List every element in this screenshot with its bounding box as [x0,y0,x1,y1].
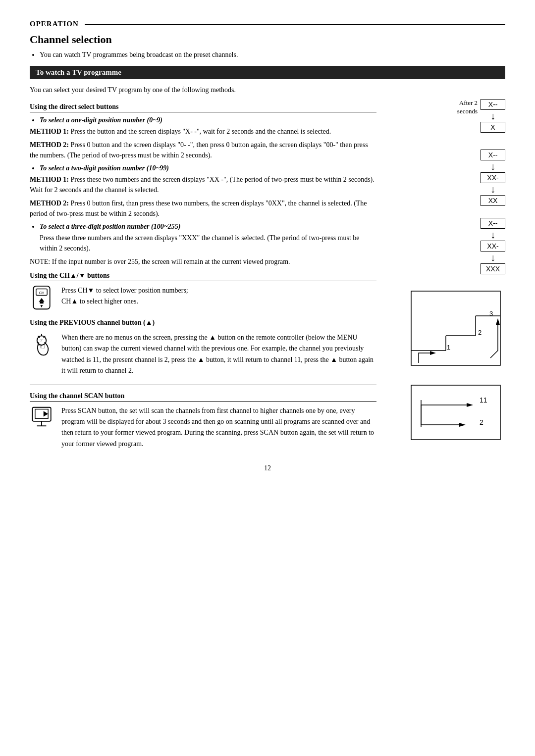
prev-text: When there are no menus on the screen, p… [61,332,376,377]
intro-bullet-list: You can watch TV programmes being broadc… [40,51,505,59]
ch-text-line2: CH▲ to select higher ones. [61,296,188,307]
diagram1: After 2seconds X-- ↓ X [457,99,505,135]
watch-banner: To watch a TV programme [30,66,505,79]
main-layout: Using the direct select buttons To selec… [30,99,505,450]
diagram2-arrow1: ↓ [490,160,495,172]
bullet3-text: Press these three numbers and the screen… [40,233,376,253]
bullet3-label: To select a three-digit position number … [40,223,376,231]
svg-marker-20 [496,318,500,325]
diagram1-row1: After 2seconds X-- ↓ X [457,99,505,133]
bullet1-list: To select a one-digit position number (0… [40,116,376,124]
ch-diagram-svg: 3 2 1 [406,286,505,370]
svg-rect-14 [411,291,500,365]
diagram2-box1: X-- [481,150,505,160]
right-column: After 2seconds X-- ↓ X X-- ↓ XX- ↓ XX [386,99,505,450]
diagram2-box3: XX [481,195,505,206]
method2-2-text: Press 0 button first, than press these t… [30,200,367,217]
intro-bullet-item: You can watch TV programmes being broadc… [40,51,505,59]
svg-text:11: 11 [480,396,487,404]
diagram2-box-wrap: X-- ↓ XX- ↓ XX [481,150,505,206]
scan-heading: Using the channel SCAN button [30,392,376,402]
prev-diagram-svg: 11 2 [406,380,505,445]
method1-2-label: METHOD 2: [30,141,69,149]
operation-header: OPERATION [30,20,505,28]
method1-2: METHOD 2: Press 0 button and the screen … [30,140,376,160]
ch-icon: CH ▼ [30,285,54,311]
svg-marker-24 [430,351,436,355]
ch-buttons-heading: Using the CH▲/▼ buttons [30,272,376,281]
diagram1-box-wrap: X-- ↓ X [481,99,505,133]
ch-text: Press CH▼ to select lower position numbe… [61,285,188,307]
method1-1: METHOD 1: Press the button and the scree… [30,126,376,137]
diagram3: X-- ↓ XX- ↓ XXX [481,218,505,274]
diagram3-box-wrap: X-- ↓ XX- ↓ XXX [481,218,505,274]
ch-diagram: 3 2 1 [406,286,505,370]
scan-text: Press SCAN button, the set will scan the… [61,405,376,450]
svg-text:2: 2 [478,329,482,336]
diagram2: X-- ↓ XX- ↓ XX [481,150,505,206]
diagram2-arrow2: ↓ [490,183,495,195]
diagram1-box1: X-- [481,99,505,110]
section-title: Channel selection [30,33,505,46]
scan-section: Using the channel SCAN button Press SCAN… [30,385,376,450]
svg-text:2: 2 [480,418,483,426]
method2-1-text: Press these two numbers and the screen d… [30,176,374,194]
svg-marker-28 [467,403,473,407]
svg-text:3: 3 [489,310,493,317]
diagram3-box1: X-- [481,218,505,229]
previous-channel-icon: ☞ ☜ [30,332,54,358]
ch-text-line1: Press CH▼ to select lower position numbe… [61,285,188,296]
svg-text:▼: ▼ [40,303,44,308]
diagram1-arrow: ↓ [490,110,495,122]
diagram3-arrow1: ↓ [490,229,495,241]
diagram3-box3: XXX [481,263,505,274]
diagram1-box2: X [481,122,505,133]
intro-para: You can select your desired TV program b… [30,86,505,94]
svg-marker-3 [39,298,44,302]
method1-2-text: Press 0 button and the screen displays "… [30,141,368,159]
prev-diagram: 11 2 [406,380,505,445]
bullet3-list: To select a three-digit position number … [40,223,376,231]
diagram2-box2: XX- [481,172,505,183]
method2-2-label: METHOD 2: [30,200,69,207]
bullet2-label: To select a two-digit position number (1… [40,164,376,172]
svg-text:1: 1 [447,344,450,351]
method1-1-text: Press the button and the screen displays… [70,128,331,135]
svg-text:☞: ☞ [40,338,44,343]
left-column: Using the direct select buttons To selec… [30,99,386,450]
operation-line [85,24,505,25]
diagram1-after-label: After 2seconds [457,99,478,116]
prev-content: ☞ ☜ When there are no menus on the scree… [30,332,376,377]
method2-2: METHOD 2: Press 0 button first, than pre… [30,198,376,219]
method1-1-label: METHOD 1: [30,128,69,135]
svg-text:CH: CH [39,291,45,295]
ch-buttons-heading-text: Using the CH▲/▼ buttons [30,272,109,279]
method2-1-label: METHOD 1: [30,176,69,183]
svg-text:☜: ☜ [38,342,46,352]
bullet1-label: To select a one-digit position number (0… [40,116,376,124]
diagram3-box2: XX- [481,241,505,252]
direct-select-heading: Using the direct select buttons [30,103,376,112]
previous-channel-section: Using the PREVIOUS channel button (▲) ☞ … [30,319,376,377]
svg-marker-29 [459,423,466,427]
scan-icon [30,405,54,435]
ch-content: CH ▼ Press CH▼ to select lower position … [30,285,376,311]
svg-rect-25 [411,385,500,440]
scan-content: Press SCAN button, the set will scan the… [30,405,376,450]
note-para: NOTE: If the input number is over 255, t… [30,256,376,267]
previous-channel-heading: Using the PREVIOUS channel button (▲) [30,319,376,328]
after-text: After 2seconds [457,99,478,115]
operation-label: OPERATION [30,20,79,28]
diagram3-arrow2: ↓ [490,252,495,263]
page-number: 12 [30,464,505,472]
method2-1: METHOD 1: Press these two numbers and th… [30,174,376,195]
bullet2-list: To select a two-digit position number (1… [40,164,376,172]
